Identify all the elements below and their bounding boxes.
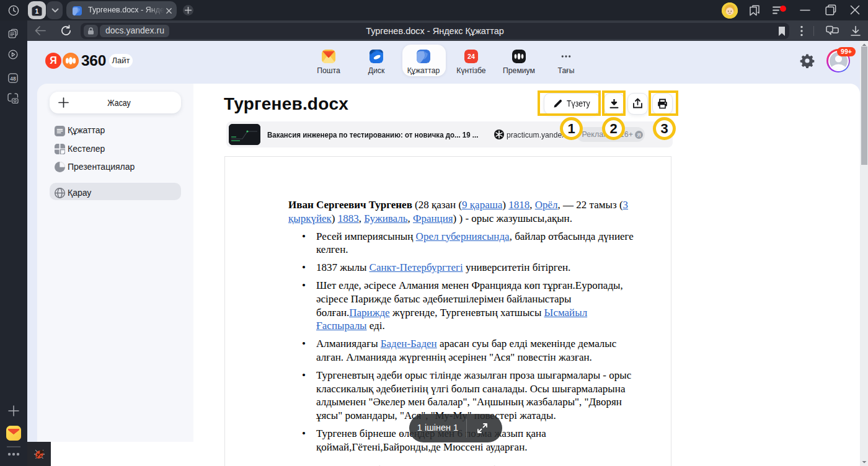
svg-text:48: 48 [10,75,16,81]
svg-text:Я: Я [637,132,640,138]
svg-text:24: 24 [467,53,475,60]
svg-text:1: 1 [35,7,39,14]
